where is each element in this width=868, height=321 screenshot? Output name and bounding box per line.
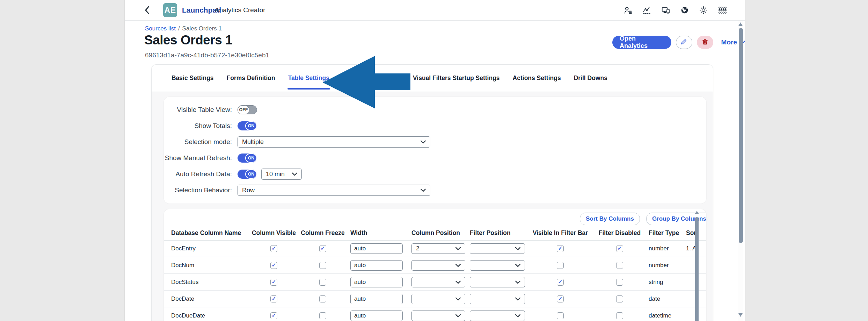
- breadcrumb-sources-list-link[interactable]: Sources list: [145, 25, 176, 32]
- apps-grid-icon[interactable]: [718, 6, 727, 15]
- column-position-select[interactable]: 2: [411, 243, 465, 254]
- table-body: DocEntry ✓ ✓ 2 ✓ ✓ number 1. A DocNum ✓: [164, 240, 706, 321]
- chevron-down-icon: [515, 280, 520, 284]
- column-visible-checkbox[interactable]: ✓: [270, 312, 277, 319]
- table-row: DocDate ✓ ✓ date: [164, 291, 706, 307]
- filter-position-select[interactable]: [470, 260, 525, 271]
- active-tab-underline: [287, 88, 330, 90]
- scrollbar-thumb[interactable]: [695, 217, 699, 321]
- tab-actions-settings[interactable]: Actions Settings: [513, 65, 561, 92]
- visible-table-view-toggle[interactable]: OFF: [238, 105, 257, 114]
- setting-label: Auto Refresh Data:: [164, 170, 232, 178]
- column-freeze-checkbox[interactable]: [319, 279, 326, 286]
- filter-disabled-checkbox[interactable]: [616, 295, 623, 302]
- filter-position-select[interactable]: [470, 294, 525, 304]
- auto-refresh-toggle[interactable]: ON: [238, 170, 257, 179]
- theme-icon[interactable]: [699, 6, 708, 15]
- table-scrollbar[interactable]: [695, 210, 699, 321]
- selection-behavior-select[interactable]: Row: [238, 185, 430, 196]
- tab-table-settings[interactable]: Table Settings: [288, 65, 329, 92]
- pencil-icon: [680, 38, 688, 47]
- tab-drill-downs[interactable]: Drill Downs: [574, 65, 607, 92]
- filter-disabled-checkbox[interactable]: [616, 312, 623, 319]
- setting-label: Show Manual Refresh:: [164, 154, 232, 162]
- back-icon[interactable]: [144, 6, 151, 14]
- cell-filter-type: number: [646, 262, 681, 269]
- columns-table-card: Sort By Columns Group By Columns Databas…: [164, 209, 706, 321]
- column-freeze-checkbox[interactable]: [319, 312, 326, 319]
- toggle-knob: ON: [245, 170, 257, 179]
- checkmark: ✓: [558, 296, 563, 301]
- edit-button[interactable]: [676, 36, 692, 49]
- checkmark: ✓: [272, 296, 276, 301]
- open-analytics-button[interactable]: Open Analytics: [612, 36, 671, 49]
- setting-label: Selection mode:: [164, 138, 232, 146]
- scroll-down-icon[interactable]: [738, 313, 743, 317]
- column-visible-checkbox[interactable]: ✓: [270, 245, 277, 252]
- toggle-knob: ON: [245, 121, 257, 130]
- column-position-select[interactable]: [411, 294, 465, 304]
- topbar-icons: [623, 6, 727, 15]
- filter-position-select[interactable]: [470, 311, 525, 321]
- scroll-up-icon[interactable]: [738, 22, 743, 26]
- filter-disabled-checkbox[interactable]: [616, 279, 623, 286]
- tab-label: Drill Downs: [574, 74, 607, 82]
- tab-basic-settings[interactable]: Basic Settings: [172, 65, 214, 92]
- filter-position-select[interactable]: [470, 243, 525, 254]
- column-freeze-checkbox[interactable]: [319, 295, 326, 302]
- tab-forms-definition[interactable]: Forms Definition: [227, 65, 275, 92]
- column-position-select[interactable]: [411, 260, 465, 271]
- checkmark: ✓: [272, 245, 276, 251]
- column-freeze-checkbox[interactable]: ✓: [319, 245, 326, 252]
- filter-disabled-checkbox[interactable]: [616, 262, 623, 269]
- show-totals-toggle[interactable]: ON: [238, 121, 257, 130]
- table-header-row: Database Column Name Column Visible Colu…: [164, 226, 706, 241]
- width-input[interactable]: [350, 260, 403, 271]
- width-input[interactable]: [350, 243, 403, 254]
- delete-button[interactable]: [697, 36, 713, 49]
- auto-refresh-interval-select[interactable]: 10 min: [261, 169, 302, 180]
- breadcrumb-current: Sales Orders 1: [182, 25, 222, 32]
- column-position-select[interactable]: [411, 311, 465, 321]
- cell-column-name: DocNum: [164, 262, 248, 269]
- tab-visual-filters-startup-settings[interactable]: Visual Filters Startup Settings: [413, 65, 500, 92]
- sort-by-columns-button[interactable]: Sort By Columns: [580, 213, 640, 225]
- selection-mode-select[interactable]: Multiple: [238, 136, 430, 148]
- page-scrollbar[interactable]: [738, 21, 743, 321]
- checkmark: ✓: [272, 313, 276, 318]
- settings-panel: Basic Settings Forms Definition Table Se…: [151, 64, 713, 321]
- app-logo[interactable]: AE: [163, 3, 177, 17]
- breadcrumb: Sources list/Sales Orders 1: [145, 25, 222, 32]
- width-input[interactable]: [350, 277, 403, 287]
- chevron-down-icon: [421, 188, 426, 192]
- scroll-up-icon[interactable]: [695, 211, 699, 214]
- visible-in-filter-bar-checkbox[interactable]: [557, 262, 564, 269]
- cell-filter-type: number: [646, 245, 681, 252]
- column-visible-checkbox[interactable]: ✓: [270, 262, 277, 269]
- visible-in-filter-bar-checkbox[interactable]: [557, 312, 564, 319]
- filter-position-select[interactable]: [470, 277, 525, 287]
- column-freeze-checkbox[interactable]: [319, 262, 326, 269]
- visible-in-filter-bar-checkbox[interactable]: ✓: [557, 279, 564, 286]
- source-id: 69613d1a-7a9c-41db-b572-1e30ef0c5eb1: [145, 51, 269, 59]
- user-settings-icon[interactable]: [623, 6, 633, 15]
- visible-in-filter-bar-checkbox[interactable]: ✓: [557, 245, 564, 252]
- width-input[interactable]: [350, 294, 403, 304]
- width-input[interactable]: [350, 311, 403, 321]
- checkmark: ✓: [321, 245, 325, 251]
- select-value: 10 min: [266, 171, 285, 178]
- tab-bar: Basic Settings Forms Definition Table Se…: [152, 65, 713, 92]
- visible-in-filter-bar-checkbox[interactable]: ✓: [557, 295, 564, 302]
- analytics-icon[interactable]: [642, 6, 651, 15]
- show-manual-refresh-toggle[interactable]: ON: [238, 154, 257, 163]
- column-visible-checkbox[interactable]: ✓: [270, 295, 277, 302]
- setting-auto-refresh-data: Auto Refresh Data: ON 10 min: [164, 166, 706, 182]
- chevron-down-icon: [455, 280, 461, 284]
- devices-icon[interactable]: [661, 6, 670, 15]
- filter-disabled-checkbox[interactable]: ✓: [616, 245, 623, 252]
- column-visible-checkbox[interactable]: ✓: [270, 279, 277, 286]
- globe-icon[interactable]: [680, 6, 689, 15]
- column-position-select[interactable]: [411, 277, 465, 287]
- scrollbar-thumb[interactable]: [739, 28, 743, 243]
- chevron-down-icon: [455, 297, 461, 301]
